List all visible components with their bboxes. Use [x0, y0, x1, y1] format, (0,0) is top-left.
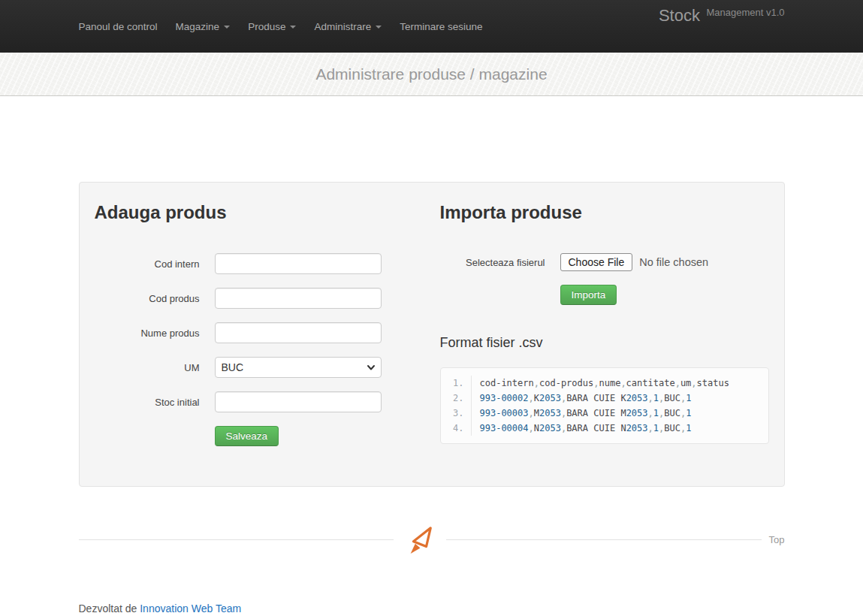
import-products-title: Importa produse	[440, 202, 769, 223]
nav-panoul-de-control[interactable]: Panoul de control	[79, 14, 167, 40]
brand-title: Stock	[659, 6, 700, 25]
footer-credit: Dezvoltat de Innovation Web Team	[79, 602, 785, 614]
top-link[interactable]: Top	[769, 534, 785, 545]
add-product-section: Adauga produs Cod intern Cod produs Nume…	[95, 202, 395, 447]
divider-line	[79, 539, 394, 540]
page-header: Administrare produse / magazine	[0, 53, 863, 96]
main-nav: Panoul de control Magazine Produse Admin…	[79, 14, 492, 40]
nav-produse[interactable]: Produse	[239, 14, 305, 40]
cod-produs-label: Cod produs	[95, 293, 215, 304]
csv-line-list: 1.cod-intern,cod-produs,nume,cantitate,u…	[441, 376, 768, 436]
importa-button[interactable]: Importa	[560, 285, 617, 305]
stoc-initial-input[interactable]	[215, 391, 382, 412]
nav-terminare-sesiune[interactable]: Terminare sesiune	[391, 14, 491, 40]
file-input: Choose File No file chosen	[560, 253, 709, 271]
nav-magazine[interactable]: Magazine	[167, 14, 240, 40]
credit-prefix: Dezvoltat de	[79, 602, 140, 614]
caret-down-icon	[224, 26, 230, 29]
cod-intern-input[interactable]	[215, 253, 382, 274]
cod-intern-label: Cod intern	[95, 258, 215, 270]
add-product-title: Adauga produs	[95, 202, 395, 223]
add-product-form: Cod intern Cod produs Nume produs UM BUC	[95, 253, 395, 446]
app-brand: Stock Management v1.0	[659, 6, 785, 26]
file-status-text: No file chosen	[639, 256, 708, 268]
caret-down-icon	[376, 26, 382, 29]
um-select[interactable]: BUC	[215, 357, 382, 378]
compass-plane-icon	[406, 524, 434, 554]
content-panel: Adauga produs Cod intern Cod produs Nume…	[79, 182, 785, 487]
caret-down-icon	[290, 26, 296, 29]
csv-format-example: 1.cod-intern,cod-produs,nume,cantitate,u…	[440, 367, 769, 444]
cod-produs-input[interactable]	[215, 288, 382, 309]
um-label: UM	[95, 362, 215, 373]
stoc-initial-label: Stoc initial	[95, 397, 215, 408]
csv-format-title: Format fisier .csv	[440, 335, 769, 351]
nume-produs-label: Nume produs	[95, 328, 215, 339]
footer-divider: Top	[79, 524, 785, 554]
nav-administrare[interactable]: Administrare	[305, 14, 391, 40]
brand-subtitle: Management v1.0	[706, 7, 784, 18]
csv-line: 2.993-00002,K2053,BARA CUIE K2053,1,BUC,…	[441, 391, 768, 406]
salveaza-button[interactable]: Salveaza	[215, 426, 279, 446]
csv-line: 3.993-00003,M2053,BARA CUIE M2053,1,BUC,…	[441, 406, 768, 421]
import-products-section: Importa produse Selecteaza fisierul Choo…	[440, 202, 769, 447]
credit-team-link[interactable]: Innovation Web Team	[140, 602, 241, 614]
choose-file-button[interactable]: Choose File	[560, 253, 633, 271]
nume-produs-input[interactable]	[215, 322, 382, 343]
selecteaza-fisierul-label: Selecteaza fisierul	[440, 257, 560, 268]
csv-line: 4.993-00004,N2053,BARA CUIE N2053,1,BUC,…	[441, 421, 768, 436]
csv-line: 1.cod-intern,cod-produs,nume,cantitate,u…	[441, 376, 768, 391]
navbar: Panoul de control Magazine Produse Admin…	[0, 0, 863, 53]
divider-line	[446, 539, 762, 540]
page-title: Administrare produse / magazine	[315, 65, 547, 83]
